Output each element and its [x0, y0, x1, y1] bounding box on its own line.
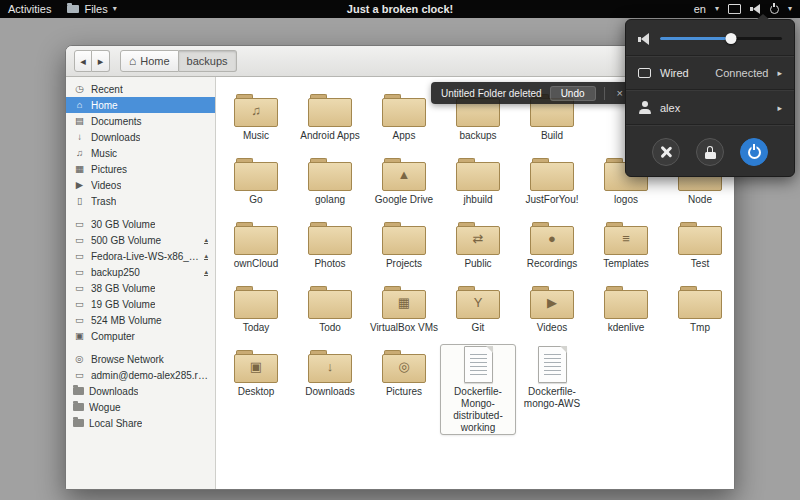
folder-icon [234, 158, 278, 191]
chevron-down-icon: ▾ [788, 5, 792, 13]
eject-icon[interactable]: ▴ [204, 237, 208, 244]
sidebar-item-home[interactable]: ⌂ Home [66, 97, 215, 113]
file-item[interactable]: Photos [293, 217, 367, 270]
sidebar-item-524-mb-volume[interactable]: ▭ 524 MB Volume [66, 312, 215, 328]
sidebar-item-videos[interactable]: ▶ Videos [66, 177, 215, 193]
sidebar-separator [66, 344, 215, 351]
folder-icon: ⇄ [456, 222, 500, 255]
file-item[interactable]: Apps [367, 89, 441, 142]
sidebar-item-trash[interactable]: ▯ Trash [66, 193, 215, 209]
sidebar-item-downloads[interactable]: Downloads [66, 383, 215, 399]
sidebar-item-label: Wogue [89, 402, 121, 413]
sidebar-item-label: backup250 [91, 267, 140, 278]
file-item[interactable]: Projects [367, 217, 441, 270]
sidebar-item-label: Home [91, 100, 118, 111]
network-icon[interactable] [728, 4, 741, 14]
sidebar-item-fedora-live-ws-x86-64-rawhide-[interactable]: ▭ Fedora-Live-WS-x86_64-rawhide… ▴ [66, 248, 215, 264]
file-label: Todo [290, 322, 370, 334]
user-menu-item[interactable]: alex ▸ [626, 94, 794, 121]
file-item[interactable]: Go [219, 153, 293, 206]
notification-toast: Untitled Folder deleted Undo × [431, 82, 632, 104]
forward-button[interactable]: ▸ [92, 50, 110, 72]
download-icon: ↓ [73, 132, 86, 142]
share-emblem-icon: ⇄ [456, 232, 500, 245]
file-item[interactable]: jhbuild [441, 153, 515, 206]
folder-icon [530, 158, 574, 191]
sidebar-item-label: Recent [91, 84, 123, 95]
sidebar-item-backup250[interactable]: ▭ backup250 ▴ [66, 264, 215, 280]
file-item[interactable]: Android Apps [293, 89, 367, 142]
sidebar-item-38-gb-volume[interactable]: ▭ 38 GB Volume [66, 280, 215, 296]
folder-icon [308, 94, 352, 127]
sidebar-item-downloads[interactable]: ↓ Downloads [66, 129, 215, 145]
file-item[interactable]: Today [219, 281, 293, 334]
file-item[interactable]: Todo [293, 281, 367, 334]
undo-button[interactable]: Undo [550, 86, 596, 101]
path-segment-backups[interactable]: backups [179, 50, 237, 72]
wired-network-icon [638, 68, 651, 78]
volume-slider-knob[interactable] [725, 33, 736, 44]
power-button[interactable] [740, 138, 768, 166]
folder-icon [382, 94, 426, 127]
sidebar-item-recent[interactable]: ◷ Recent [66, 81, 215, 97]
keyboard-layout-button[interactable]: en [694, 3, 706, 15]
sidebar-item-500-gb-volume[interactable]: ▭ 500 GB Volume ▴ [66, 232, 215, 248]
file-label: Google Drive [364, 194, 444, 206]
network-menu-item[interactable]: Wired Connected ▸ [626, 60, 794, 86]
sidebar-item-pictures[interactable]: ▦ Pictures [66, 161, 215, 177]
file-item[interactable]: Dockerfile-Mongo-distributed-working [441, 345, 515, 434]
volume-icon[interactable] [750, 4, 761, 14]
file-label: Downloads [290, 386, 370, 398]
sidebar-item-label: Browse Network [91, 354, 164, 365]
file-item[interactable]: Tmp [663, 281, 734, 334]
file-item[interactable]: ↓ Downloads [293, 345, 367, 434]
file-item[interactable]: ● Recordings [515, 217, 589, 270]
sidebar-item-computer[interactable]: ▣ Computer [66, 328, 215, 344]
sidebar-item-browse-network[interactable]: ◎ Browse Network [66, 351, 215, 367]
file-item[interactable]: Y Git [441, 281, 515, 334]
file-item[interactable]: ⇄ Public [441, 217, 515, 270]
settings-button[interactable] [652, 138, 680, 166]
file-item[interactable]: ▦ VirtualBox VMs [367, 281, 441, 334]
app-menu-button[interactable]: Files ▾ [67, 3, 116, 15]
eject-icon[interactable]: ▴ [204, 253, 208, 260]
sidebar-item-documents[interactable]: ▤ Documents [66, 113, 215, 129]
power-icon[interactable] [770, 5, 779, 14]
eject-icon[interactable]: ▴ [204, 269, 208, 276]
sidebar-item-30-gb-volume[interactable]: ▭ 30 GB Volume [66, 216, 215, 232]
file-label: Public [438, 258, 518, 270]
sidebar-item-19-gb-volume[interactable]: ▭ 19 GB Volume [66, 296, 215, 312]
file-label: Build [512, 130, 592, 142]
file-item[interactable]: Dockerfile-mongo-AWS [515, 345, 589, 434]
folder-icon: ◎ [382, 350, 426, 383]
file-item[interactable]: ◎ Pictures [367, 345, 441, 434]
back-button[interactable]: ◂ [74, 50, 92, 72]
file-item[interactable]: golang [293, 153, 367, 206]
record-emblem-icon: ● [530, 232, 574, 245]
home-icon: ⌂ [73, 100, 86, 110]
clock-button[interactable]: Just a broken clock! [347, 3, 453, 15]
volume-slider[interactable] [660, 32, 782, 45]
lock-button[interactable] [696, 138, 724, 166]
sidebar-item-music[interactable]: ♫ Music [66, 145, 215, 161]
file-item[interactable]: ▣ Desktop [219, 345, 293, 434]
file-item[interactable]: kdenlive [589, 281, 663, 334]
file-item[interactable]: ♫ Music [219, 89, 293, 142]
activities-button[interactable]: Activities [8, 3, 51, 15]
file-item[interactable]: Test [663, 217, 734, 270]
sidebar-item-wogue[interactable]: Wogue [66, 399, 215, 415]
path-segment-home[interactable]: ⌂ Home [120, 50, 179, 72]
sidebar-item-label: Pictures [91, 164, 127, 175]
file-item[interactable]: ▲ Google Drive [367, 153, 441, 206]
file-label: golang [290, 194, 370, 206]
file-item[interactable]: ≡ Templates [589, 217, 663, 270]
folder-icon: ▲ [382, 158, 426, 191]
file-item[interactable]: JustForYou! [515, 153, 589, 206]
folder-icon [678, 286, 722, 319]
sidebar-item-admin-demo-alex285-rhclou-[interactable]: ▭ admin@demo-alex285.rhclou… [66, 367, 215, 383]
sidebar-item-local-share[interactable]: Local Share [66, 415, 215, 431]
file-item[interactable]: ownCloud [219, 217, 293, 270]
file-item[interactable]: ▶ Videos [515, 281, 589, 334]
chevron-right-icon: ▸ [777, 68, 782, 78]
toast-divider [604, 87, 605, 100]
